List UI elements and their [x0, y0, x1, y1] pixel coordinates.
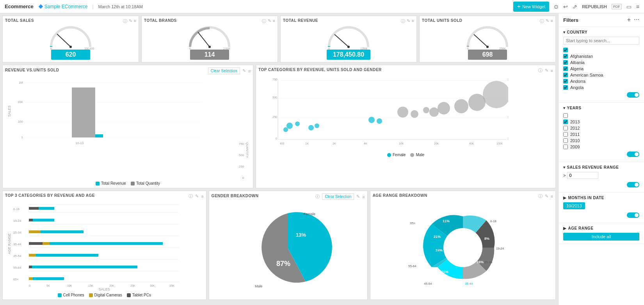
widget-edit-icon[interactable]: ✎ — [195, 194, 199, 199]
svg-point-57 — [429, 107, 439, 117]
svg-point-59 — [454, 99, 468, 113]
widget-info-icon[interactable]: ⓘ — [315, 194, 320, 200]
pdf-icon[interactable]: PDF — [612, 4, 622, 9]
svg-rect-77 — [29, 207, 39, 210]
svg-text:87%: 87% — [276, 260, 290, 268]
svg-text:2K: 2K — [333, 142, 336, 145]
sales-revenue-title[interactable]: ▾ SALES REVENUE RANGE — [563, 165, 639, 169]
widget-info-icon[interactable]: ⓘ — [189, 193, 193, 199]
svg-text:1K: 1K — [305, 142, 309, 145]
svg-point-53 — [377, 118, 382, 124]
svg-line-4 — [198, 32, 210, 47]
svg-point-5 — [208, 46, 211, 48]
total-sales-title: TOTAL SALES — [5, 18, 136, 23]
svg-rect-81 — [29, 230, 41, 233]
widget-menu-icon[interactable]: ≡ — [551, 68, 553, 73]
svg-line-8 — [334, 34, 349, 47]
widget-edit-icon[interactable]: ✎ — [545, 68, 548, 73]
months-toggle[interactable] — [627, 212, 639, 218]
svg-text:5K: 5K — [46, 284, 50, 287]
total-brands-title: TOTAL BRANDS — [144, 18, 275, 23]
list-item: 2010 — [563, 137, 639, 144]
svg-text:25K: 25K — [130, 284, 135, 287]
sample-label[interactable]: Sample ECommerce — [38, 4, 88, 9]
svg-point-54 — [397, 107, 408, 118]
svg-rect-84 — [43, 242, 50, 245]
year-2010-checkbox[interactable] — [563, 138, 568, 143]
svg-point-61 — [483, 81, 508, 108]
svg-text:35-44: 35-44 — [465, 282, 473, 285]
clear-selection-gender-button[interactable]: Clear Selection — [322, 193, 354, 200]
undo-icon[interactable]: ↩ — [563, 4, 568, 10]
widget-edit-icon[interactable]: ✎ — [407, 18, 410, 24]
country-toggle[interactable] — [627, 92, 639, 98]
widget-menu-icon[interactable]: ≡ — [201, 194, 203, 199]
filters-more-icon[interactable]: ⋯ — [634, 16, 639, 23]
country-algeria-checkbox[interactable] — [563, 66, 568, 71]
include-all-button[interactable]: Include all — [563, 233, 639, 241]
year-2011-checkbox[interactable] — [563, 132, 568, 137]
year-2012-checkbox[interactable] — [563, 126, 568, 130]
widget-info-icon[interactable]: ⓘ — [538, 68, 543, 73]
widget-edit-icon[interactable]: ✎ — [545, 194, 548, 199]
clear-selection-button[interactable]: Clear Selection — [208, 68, 240, 74]
widget-info-icon[interactable]: ⓘ — [538, 193, 543, 199]
menu-icon[interactable]: ≡ — [636, 4, 639, 10]
years-toggle[interactable] — [627, 152, 639, 157]
svg-text:19-24: 19-24 — [496, 247, 504, 250]
list-item: Angola — [563, 84, 639, 91]
widget-menu-icon[interactable]: ≡ — [412, 18, 414, 24]
widget-info-icon[interactable]: ⓘ — [262, 18, 266, 24]
country-albania-checkbox[interactable] — [563, 60, 568, 65]
widget-menu-icon[interactable]: ≡ — [551, 194, 553, 199]
share-icon[interactable]: ⇗ — [573, 4, 577, 10]
age-range-filter-title[interactable]: ▶ Age Range — [563, 226, 639, 230]
republish-button[interactable]: REPUBLISH — [582, 4, 607, 9]
country-angola-checkbox[interactable] — [563, 85, 568, 90]
year-2009-checkbox[interactable] — [563, 144, 568, 149]
svg-text:19-24: 19-24 — [13, 219, 21, 223]
year-2013-checkbox[interactable] — [563, 120, 568, 124]
sales-revenue-input[interactable] — [567, 172, 598, 179]
country-search-input[interactable] — [563, 37, 639, 45]
widget-info-icon[interactable]: ⓘ — [401, 18, 405, 24]
svg-point-48 — [286, 123, 293, 129]
widget-edit-icon[interactable]: ✎ — [242, 68, 246, 73]
widget-menu-icon[interactable]: ≡ — [362, 194, 365, 199]
widget-menu-icon[interactable]: ≡ — [273, 18, 275, 24]
widget-menu-icon[interactable]: ≡ — [134, 18, 136, 24]
layout-icon[interactable]: ▭ — [626, 4, 632, 10]
svg-text:55-64: 55-64 — [408, 264, 416, 268]
widget-edit-icon[interactable]: ✎ — [546, 18, 549, 24]
widget-edit-icon[interactable]: ✎ — [268, 18, 271, 24]
years-section-title[interactable]: ▾ YEARS — [563, 106, 639, 110]
total-units-value: 698 — [468, 50, 507, 60]
country-all-checkbox[interactable] — [563, 48, 568, 52]
country-afghanistan-checkbox[interactable] — [563, 54, 568, 59]
widget-menu-icon[interactable]: ≡ — [248, 69, 251, 73]
widget-info-icon[interactable]: ⓘ — [540, 18, 544, 24]
svg-text:750: 750 — [272, 78, 277, 81]
widget-info-icon[interactable]: ⓘ — [123, 18, 127, 24]
svg-text:1: 1 — [507, 137, 508, 140]
year-blank-checkbox[interactable] — [563, 113, 568, 118]
widget-edit-icon[interactable]: ✎ — [129, 18, 132, 24]
new-widget-button[interactable]: + New Widget — [513, 2, 550, 12]
sales-revenue-toggle[interactable] — [627, 182, 639, 187]
filters-add-icon[interactable]: + — [627, 16, 631, 23]
svg-text:40K: 40K — [469, 142, 474, 145]
country-andorra-checkbox[interactable] — [563, 79, 568, 84]
row3: TOP 3 CATEGORIES BY REVENUE AND AGE ⓘ ✎ … — [2, 191, 556, 300]
svg-text:20K: 20K — [434, 142, 439, 145]
country-americansamoa-checkbox[interactable] — [563, 73, 568, 77]
list-item: Albania — [563, 59, 639, 66]
copy-icon[interactable]: ⊙ — [554, 4, 559, 10]
svg-text:15K: 15K — [88, 284, 93, 287]
widget-edit-icon[interactable]: ✎ — [356, 194, 360, 199]
top3-title: TOP 3 CATEGORIES BY REVENUE AND AGE — [5, 193, 95, 198]
svg-text:10K: 10K — [18, 100, 23, 104]
months-title[interactable]: ▶ Months in Date — [563, 196, 639, 200]
country-section-title[interactable]: ▾ COUNTRY — [563, 30, 639, 34]
widget-menu-icon[interactable]: ≡ — [551, 18, 553, 24]
svg-text:8%: 8% — [484, 237, 489, 241]
